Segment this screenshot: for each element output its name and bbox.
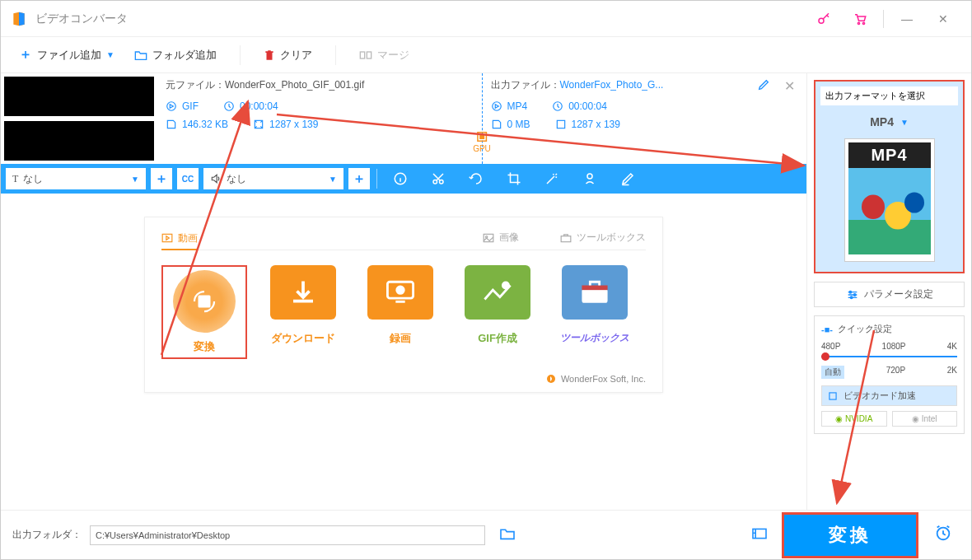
tile-download-label: ダウンロード — [262, 331, 344, 346]
chevron-down-icon[interactable]: ▼ — [106, 50, 114, 59]
svg-rect-25 — [582, 289, 607, 303]
tile-record[interactable]: 録画 — [359, 265, 442, 359]
svg-rect-4 — [367, 52, 371, 58]
res-auto[interactable]: 自動 — [821, 366, 844, 379]
svg-rect-3 — [360, 52, 364, 58]
dst-dims: 1287 x 139 — [572, 119, 620, 130]
add-folder-button[interactable]: フォルダ追加 — [128, 44, 223, 66]
svg-point-0 — [819, 18, 824, 23]
main-toolbar: ＋ファイル追加▼ フォルダ追加 クリア マージ — [1, 37, 971, 73]
svg-rect-26 — [582, 286, 607, 291]
watermark-icon[interactable] — [573, 164, 606, 194]
output-format-panel[interactable]: 出力フォーマットを選択 MP4▼ MP4 — [814, 80, 965, 273]
svg-rect-36 — [829, 392, 836, 399]
remove-file-icon[interactable]: ✕ — [784, 78, 795, 94]
add-audio-button[interactable]: ＋ — [348, 168, 370, 189]
edit-tool-icon[interactable] — [611, 164, 644, 194]
company-label: WonderFox Soft, Inc. — [561, 374, 646, 384]
add-file-label: ファイル追加 — [37, 48, 101, 63]
info-icon[interactable] — [384, 164, 417, 194]
tab-toolbox[interactable]: ツールボックス — [560, 231, 646, 245]
output-thumbnail[interactable] — [4, 121, 154, 161]
svg-point-8 — [492, 102, 501, 111]
intel-chip[interactable]: ◉ Intel — [892, 411, 958, 427]
close-button[interactable]: ✕ — [925, 1, 961, 37]
output-sidebar: 出力フォーマットを選択 MP4▼ MP4 パラメータ設定 -■-クイック設定 4… — [806, 73, 971, 510]
svg-point-23 — [397, 287, 404, 294]
gpu-accel-toggle[interactable]: ビデオカード加速 — [821, 385, 957, 406]
svg-rect-20 — [561, 236, 571, 241]
quick-settings-panel: -■-クイック設定 480P1080P4K 自動720P2K ビデオカード加速 … — [814, 315, 965, 434]
edit-bar: Tなし▼ ＋ CC なし▼ ＋ — [1, 164, 806, 194]
edit-icon[interactable] — [757, 78, 770, 95]
res-720p[interactable]: 720P — [886, 366, 905, 379]
src-duration: 00:00:04 — [240, 100, 278, 112]
output-format-title: 出力フォーマットを選択 — [820, 86, 958, 105]
crop-icon[interactable] — [498, 164, 530, 194]
output-folder-input[interactable] — [90, 525, 485, 545]
cart-icon[interactable] — [842, 1, 878, 37]
res-1080p[interactable]: 1080P — [882, 342, 906, 351]
tile-gif-label: GIF作成 — [456, 331, 539, 346]
chevron-down-icon[interactable]: ▼ — [900, 118, 909, 127]
alarm-icon[interactable] — [927, 524, 960, 546]
merge-button[interactable]: マージ — [353, 44, 416, 66]
svg-point-34 — [853, 293, 856, 296]
res-2k[interactable]: 2K — [947, 366, 957, 379]
output-format-value: MP4 — [870, 115, 894, 128]
audio-value: なし — [227, 172, 246, 186]
merge-label: マージ — [377, 48, 409, 63]
src-format: GIF — [182, 100, 199, 112]
src-file-label: 元ファイル： — [166, 79, 225, 91]
svg-point-5 — [167, 102, 176, 111]
add-subtitle-button[interactable]: ＋ — [151, 168, 172, 189]
gpu-badge: GPU — [473, 129, 491, 153]
svg-point-35 — [850, 296, 853, 299]
parameter-settings-button[interactable]: パラメータ設定 — [814, 282, 965, 307]
app-logo — [11, 11, 27, 27]
cut-icon[interactable] — [422, 164, 455, 194]
cc-button[interactable]: CC — [177, 168, 199, 189]
svg-point-30 — [862, 195, 885, 219]
audio-select[interactable]: なし▼ — [203, 168, 343, 189]
svg-point-32 — [904, 192, 924, 212]
subtitle-value: なし — [23, 172, 43, 186]
dst-file-name: WonderFox_Photo_G... — [560, 79, 664, 91]
tile-convert-label: 変換 — [166, 339, 242, 354]
src-dims: 1287 x 139 — [269, 119, 318, 130]
tile-record-label: 録画 — [359, 331, 442, 346]
browse-folder-icon[interactable] — [493, 527, 521, 544]
svg-rect-21 — [199, 296, 211, 308]
tile-gif[interactable]: GIF作成 — [456, 265, 539, 359]
titlebar: ビデオコンバータ — ✕ — [1, 1, 971, 37]
open-output-icon[interactable] — [745, 527, 773, 544]
key-icon[interactable] — [806, 1, 842, 37]
convert-button[interactable]: 変換 — [782, 512, 918, 558]
clear-button[interactable]: クリア — [257, 44, 319, 66]
subtitle-select[interactable]: Tなし▼ — [6, 168, 146, 189]
svg-point-24 — [502, 282, 508, 288]
rotate-icon[interactable] — [460, 164, 493, 194]
clear-label: クリア — [280, 48, 312, 63]
minimize-button[interactable]: — — [889, 1, 925, 37]
footer-bar: 出力フォルダ： 変換 — [1, 510, 971, 559]
tab-image[interactable]: 画像 — [483, 231, 519, 245]
window-title: ビデオコンバータ — [35, 12, 128, 26]
tab-video[interactable]: 動画 — [161, 231, 198, 250]
nvidia-chip[interactable]: ◉ NVIDIA — [821, 411, 887, 427]
output-folder-label: 出力フォルダ： — [12, 528, 82, 542]
res-480p[interactable]: 480P — [821, 342, 840, 351]
src-file-name: WonderFox_Photo_GIF_001.gif — [225, 79, 364, 91]
tile-download[interactable]: ダウンロード — [262, 265, 344, 359]
tile-toolbox[interactable]: ツールボックス — [554, 265, 636, 359]
resolution-slider[interactable] — [821, 356, 957, 357]
effects-icon[interactable] — [535, 164, 568, 194]
res-4k[interactable]: 4K — [947, 342, 957, 351]
output-format-thumbnail[interactable]: MP4 — [844, 138, 935, 262]
add-file-button[interactable]: ＋ファイル追加▼ — [12, 43, 121, 67]
svg-point-1 — [858, 22, 859, 24]
tiles-panel: 動画 画像 ツールボックス 変換 ダウンロード 録画 — [144, 217, 663, 393]
tile-convert[interactable]: 変換 — [161, 265, 247, 359]
source-thumbnail[interactable] — [4, 77, 154, 116]
file-item: 元ファイル：WonderFox_Photo_GIF_001.gif GIF 00… — [1, 73, 806, 164]
